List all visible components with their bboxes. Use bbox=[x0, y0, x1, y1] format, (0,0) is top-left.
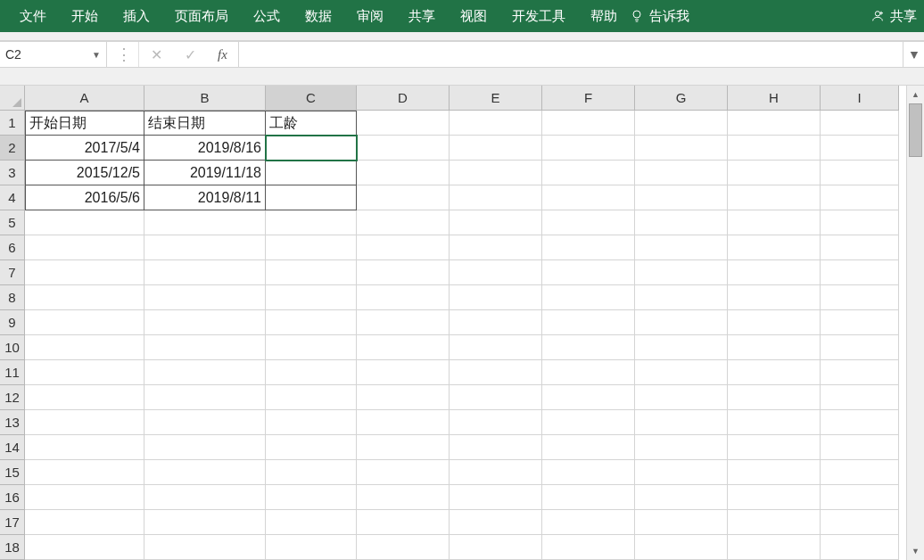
ribbon-tab-home[interactable]: 开始 bbox=[59, 0, 111, 32]
cell-D3[interactable] bbox=[357, 161, 450, 185]
cell-F2[interactable] bbox=[542, 136, 635, 161]
cell-A9[interactable] bbox=[25, 310, 144, 335]
name-box[interactable]: C2 ▼ bbox=[0, 42, 107, 67]
cell-C10[interactable] bbox=[266, 335, 357, 360]
cell-E9[interactable] bbox=[450, 310, 542, 335]
vertical-scrollbar[interactable]: ▲ ▼ bbox=[906, 86, 924, 560]
cell-E15[interactable] bbox=[450, 460, 542, 485]
cell-B8[interactable] bbox=[144, 285, 266, 310]
cell-D2[interactable] bbox=[357, 136, 450, 161]
cell-A18[interactable] bbox=[25, 535, 144, 560]
scroll-up-arrow[interactable]: ▲ bbox=[907, 86, 924, 103]
cell-A15[interactable] bbox=[25, 460, 144, 485]
cell-D9[interactable] bbox=[357, 310, 450, 335]
cell-D5[interactable] bbox=[357, 210, 450, 235]
cell-F12[interactable] bbox=[542, 385, 635, 410]
cell-H14[interactable] bbox=[728, 435, 821, 460]
cell-B4[interactable]: 2019/8/11 bbox=[144, 185, 266, 210]
cell-H4[interactable] bbox=[728, 185, 821, 210]
cell-C16[interactable] bbox=[266, 485, 357, 510]
col-header-E[interactable]: E bbox=[450, 86, 542, 111]
cell-A3[interactable]: 2015/12/5 bbox=[25, 161, 144, 185]
cell-H18[interactable] bbox=[728, 535, 821, 560]
row-header-2[interactable]: 2 bbox=[0, 136, 25, 161]
cell-C14[interactable] bbox=[266, 435, 357, 460]
cell-G7[interactable] bbox=[635, 260, 728, 285]
cell-I13[interactable] bbox=[821, 410, 899, 435]
cell-A12[interactable] bbox=[25, 385, 144, 410]
row-header-15[interactable]: 15 bbox=[0, 460, 25, 485]
cell-E3[interactable] bbox=[450, 161, 542, 185]
cell-G3[interactable] bbox=[635, 161, 728, 185]
cell-F17[interactable] bbox=[542, 510, 635, 535]
col-header-B[interactable]: B bbox=[144, 86, 266, 111]
cell-H15[interactable] bbox=[728, 460, 821, 485]
row-header-9[interactable]: 9 bbox=[0, 310, 25, 335]
cell-I5[interactable] bbox=[821, 210, 899, 235]
cell-E12[interactable] bbox=[450, 385, 542, 410]
cell-C8[interactable] bbox=[266, 285, 357, 310]
ribbon-tab-insert[interactable]: 插入 bbox=[111, 0, 162, 32]
cell-G12[interactable] bbox=[635, 385, 728, 410]
cell-B2[interactable]: 2019/8/16 bbox=[144, 136, 266, 161]
cell-H1[interactable] bbox=[728, 111, 821, 136]
row-header-11[interactable]: 11 bbox=[0, 360, 25, 385]
cell-F6[interactable] bbox=[542, 235, 635, 260]
cell-D12[interactable] bbox=[357, 385, 450, 410]
col-header-C[interactable]: C bbox=[266, 86, 357, 111]
cell-A4[interactable]: 2016/5/6 bbox=[25, 185, 144, 210]
cell-I8[interactable] bbox=[821, 285, 899, 310]
cell-H5[interactable] bbox=[728, 210, 821, 235]
cell-A5[interactable] bbox=[25, 210, 144, 235]
cell-D1[interactable] bbox=[357, 111, 450, 136]
select-all-corner[interactable] bbox=[0, 86, 25, 111]
ribbon-tab-view[interactable]: 视图 bbox=[448, 0, 499, 32]
cell-E18[interactable] bbox=[450, 535, 542, 560]
cell-H17[interactable] bbox=[728, 510, 821, 535]
row-header-8[interactable]: 8 bbox=[0, 285, 25, 310]
cell-B6[interactable] bbox=[144, 235, 266, 260]
cell-B5[interactable] bbox=[144, 210, 266, 235]
cell-E11[interactable] bbox=[450, 360, 542, 385]
cell-G8[interactable] bbox=[635, 285, 728, 310]
cell-F5[interactable] bbox=[542, 210, 635, 235]
row-header-17[interactable]: 17 bbox=[0, 510, 25, 535]
cell-A13[interactable] bbox=[25, 410, 144, 435]
cell-I11[interactable] bbox=[821, 360, 899, 385]
row-header-7[interactable]: 7 bbox=[0, 260, 25, 285]
ribbon-tab-help[interactable]: 帮助 bbox=[578, 0, 630, 32]
scroll-track[interactable] bbox=[907, 103, 924, 542]
cell-G10[interactable] bbox=[635, 335, 728, 360]
cell-B17[interactable] bbox=[144, 510, 266, 535]
cell-F3[interactable] bbox=[542, 161, 635, 185]
row-header-6[interactable]: 6 bbox=[0, 235, 25, 260]
col-header-H[interactable]: H bbox=[728, 86, 821, 111]
cell-B3[interactable]: 2019/11/18 bbox=[144, 161, 266, 185]
cell-C6[interactable] bbox=[266, 235, 357, 260]
tell-me-group[interactable]: 告诉我 bbox=[630, 8, 689, 25]
cell-D8[interactable] bbox=[357, 285, 450, 310]
cell-G1[interactable] bbox=[635, 111, 728, 136]
cell-I17[interactable] bbox=[821, 510, 899, 535]
cell-H6[interactable] bbox=[728, 235, 821, 260]
scroll-down-arrow[interactable]: ▼ bbox=[907, 542, 924, 560]
ribbon-tab-file[interactable]: 文件 bbox=[7, 0, 59, 32]
cell-E4[interactable] bbox=[450, 185, 542, 210]
cell-D4[interactable] bbox=[357, 185, 450, 210]
cell-C2[interactable] bbox=[266, 136, 357, 161]
cell-F11[interactable] bbox=[542, 360, 635, 385]
cell-H11[interactable] bbox=[728, 360, 821, 385]
cell-E6[interactable] bbox=[450, 235, 542, 260]
cell-E16[interactable] bbox=[450, 485, 542, 510]
row-header-5[interactable]: 5 bbox=[0, 210, 25, 235]
col-header-G[interactable]: G bbox=[635, 86, 728, 111]
row-header-10[interactable]: 10 bbox=[0, 335, 25, 360]
cell-I1[interactable] bbox=[821, 111, 899, 136]
cell-D6[interactable] bbox=[357, 235, 450, 260]
name-box-dropdown-icon[interactable]: ▼ bbox=[92, 50, 101, 60]
cell-I18[interactable] bbox=[821, 535, 899, 560]
cell-B12[interactable] bbox=[144, 385, 266, 410]
cell-H13[interactable] bbox=[728, 410, 821, 435]
cell-G2[interactable] bbox=[635, 136, 728, 161]
ribbon-tab-formulas[interactable]: 公式 bbox=[241, 0, 293, 32]
